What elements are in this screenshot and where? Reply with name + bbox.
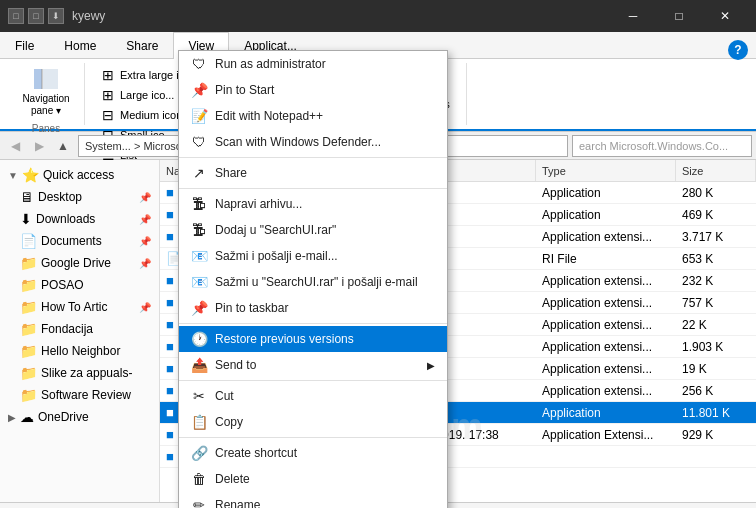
ctx-notepad-icon: 📝 — [191, 108, 207, 124]
ctx-restore-versions[interactable]: 🕐 Restore previous versions — [179, 326, 447, 352]
ctx-sep-4 — [179, 380, 447, 381]
ctx-copy-icon: 📋 — [191, 414, 207, 430]
ctx-archive-icon: 🗜 — [191, 196, 207, 212]
ctx-run-admin-icon: 🛡 — [191, 56, 207, 72]
ctx-share[interactable]: ↗ Share — [179, 160, 447, 186]
ctx-pin-to-start[interactable]: 📌 Pin to Start — [179, 77, 447, 103]
ctx-pin-taskbar[interactable]: 📌 Pin to taskbar — [179, 295, 447, 321]
context-menu-overlay[interactable]: 🛡 Run as administrator 📌 Pin to Start 📝 … — [0, 0, 756, 508]
ctx-napravi-arhivu[interactable]: 🗜 Napravi arhivu... — [179, 191, 447, 217]
ctx-sep-3 — [179, 323, 447, 324]
ctx-run-as-admin[interactable]: 🛡 Run as administrator — [179, 51, 447, 77]
ctx-delete[interactable]: 🗑 Delete — [179, 466, 447, 492]
ctx-email2-icon: 📧 — [191, 274, 207, 290]
ctx-dodaj-icon: 🗜 — [191, 222, 207, 238]
ctx-email-icon: 📧 — [191, 248, 207, 264]
ctx-create-shortcut[interactable]: 🔗 Create shortcut — [179, 440, 447, 466]
context-menu: 🛡 Run as administrator 📌 Pin to Start 📝 … — [178, 50, 448, 508]
ctx-restore-icon: 🕐 — [191, 331, 207, 347]
ctx-shortcut-icon: 🔗 — [191, 445, 207, 461]
ctx-share-icon: ↗ — [191, 165, 207, 181]
ctx-send-to-icon: 📤 — [191, 357, 207, 373]
ctx-send-to[interactable]: 📤 Send to ▶ — [179, 352, 447, 378]
ctx-cut-icon: ✂ — [191, 388, 207, 404]
ctx-scan-defender[interactable]: 🛡 Scan with Windows Defender... — [179, 129, 447, 155]
ctx-sazmi-rar-posalji[interactable]: 📧 Sažmi u "SearchUI.rar" i pošalji e-mai… — [179, 269, 447, 295]
ctx-defender-icon: 🛡 — [191, 134, 207, 150]
ctx-cut[interactable]: ✂ Cut — [179, 383, 447, 409]
ctx-dodaj-u-rar[interactable]: 🗜 Dodaj u "SearchUI.rar" — [179, 217, 447, 243]
ctx-pin-taskbar-icon: 📌 — [191, 300, 207, 316]
ctx-sep-2 — [179, 188, 447, 189]
ctx-sep-5 — [179, 437, 447, 438]
ctx-delete-icon: 🗑 — [191, 471, 207, 487]
ctx-pin-start-icon: 📌 — [191, 82, 207, 98]
ctx-rename[interactable]: ✏ Rename — [179, 492, 447, 508]
ctx-arrow-icon: ▶ — [427, 360, 435, 371]
ctx-sep-1 — [179, 157, 447, 158]
ctx-sazmi-posalji[interactable]: 📧 Sažmi i pošalji e-mail... — [179, 243, 447, 269]
ctx-copy[interactable]: 📋 Copy — [179, 409, 447, 435]
ctx-rename-icon: ✏ — [191, 497, 207, 508]
ctx-edit-notepad[interactable]: 📝 Edit with Notepad++ — [179, 103, 447, 129]
